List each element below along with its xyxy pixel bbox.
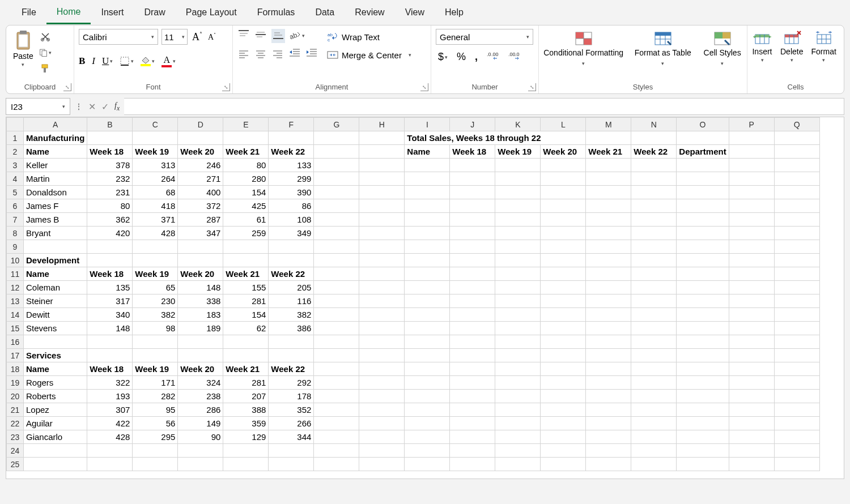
cell-I16[interactable] <box>405 335 450 349</box>
cell-C2[interactable]: Week 19 <box>133 145 178 159</box>
column-header-Q[interactable]: Q <box>774 118 819 131</box>
cell-F13[interactable]: 116 <box>269 294 314 308</box>
cell-H12[interactable] <box>359 281 405 294</box>
row-header-1[interactable]: 1 <box>7 131 24 145</box>
cell-P4[interactable] <box>729 172 774 186</box>
row-header-20[interactable]: 20 <box>7 390 24 403</box>
cell-F17[interactable] <box>269 349 314 362</box>
spreadsheet-grid[interactable]: ABCDEFGHIJKLMNOPQ1ManufacturingTotal Sal… <box>6 117 844 479</box>
cell-E2[interactable]: Week 21 <box>223 145 269 159</box>
cell-D2[interactable]: Week 20 <box>178 145 223 159</box>
cell-D7[interactable]: 287 <box>178 213 223 227</box>
cell-C20[interactable]: 282 <box>133 390 178 403</box>
cell-B17[interactable] <box>87 349 133 362</box>
cell-O8[interactable] <box>677 227 729 240</box>
cell-A12[interactable]: Coleman <box>24 281 87 294</box>
cell-K9[interactable] <box>495 240 541 254</box>
delete-cells-button[interactable]: Delete ▾ <box>780 30 803 63</box>
menu-item-page-layout[interactable]: Page Layout <box>176 2 247 23</box>
column-header-H[interactable]: H <box>359 118 405 131</box>
cell-C5[interactable]: 68 <box>133 186 178 199</box>
cell-Q20[interactable] <box>774 390 819 403</box>
format-painter-button[interactable] <box>39 63 52 74</box>
cell-C7[interactable]: 371 <box>133 213 178 227</box>
cell-H24[interactable] <box>359 444 405 458</box>
column-header-L[interactable]: L <box>541 118 586 131</box>
cell-P7[interactable] <box>729 213 774 227</box>
cell-A16[interactable] <box>24 335 87 349</box>
cell-K18[interactable] <box>495 362 541 376</box>
row-header-2[interactable]: 2 <box>7 145 24 159</box>
row-header-4[interactable]: 4 <box>7 172 24 186</box>
cell-K13[interactable] <box>495 294 541 308</box>
cell-J4[interactable] <box>450 172 495 186</box>
cell-G3[interactable] <box>314 159 359 172</box>
cell-C19[interactable]: 171 <box>133 376 178 390</box>
cell-J21[interactable] <box>450 403 495 417</box>
cell-H10[interactable] <box>359 254 405 267</box>
cell-K8[interactable] <box>495 227 541 240</box>
cell-I15[interactable] <box>405 322 450 335</box>
cell-I18[interactable] <box>405 362 450 376</box>
cell-P6[interactable] <box>729 199 774 213</box>
cell-G7[interactable] <box>314 213 359 227</box>
cell-A2[interactable]: Name <box>24 145 87 159</box>
cell-D11[interactable]: Week 20 <box>178 267 223 281</box>
cell-N11[interactable] <box>631 267 677 281</box>
cell-I1[interactable]: Total Sales, Weeks 18 through 22 <box>405 131 586 145</box>
cell-H20[interactable] <box>359 390 405 403</box>
cell-A14[interactable]: Dewitt <box>24 308 87 322</box>
cell-E24[interactable] <box>223 444 269 458</box>
cell-C13[interactable]: 230 <box>133 294 178 308</box>
cell-K15[interactable] <box>495 322 541 335</box>
cell-P24[interactable] <box>729 444 774 458</box>
cell-G2[interactable] <box>314 145 359 159</box>
cell-C23[interactable]: 295 <box>133 430 178 444</box>
cell-A9[interactable] <box>24 240 87 254</box>
cell-M19[interactable] <box>586 376 631 390</box>
cell-N5[interactable] <box>631 186 677 199</box>
cell-O25[interactable] <box>677 458 729 471</box>
cell-L2[interactable]: Week 20 <box>541 145 586 159</box>
cell-K12[interactable] <box>495 281 541 294</box>
cell-J23[interactable] <box>450 430 495 444</box>
cell-Q5[interactable] <box>774 186 819 199</box>
cell-N21[interactable] <box>631 403 677 417</box>
cell-N8[interactable] <box>631 227 677 240</box>
cell-H21[interactable] <box>359 403 405 417</box>
cell-P25[interactable] <box>729 458 774 471</box>
cell-E5[interactable]: 154 <box>223 186 269 199</box>
cell-M25[interactable] <box>586 458 631 471</box>
formula-input[interactable] <box>124 98 844 115</box>
cell-C15[interactable]: 98 <box>133 322 178 335</box>
cell-Q16[interactable] <box>774 335 819 349</box>
cell-E17[interactable] <box>223 349 269 362</box>
cell-A15[interactable]: Stevens <box>24 322 87 335</box>
cell-E4[interactable]: 280 <box>223 172 269 186</box>
cell-M17[interactable] <box>586 349 631 362</box>
cell-P12[interactable] <box>729 281 774 294</box>
cell-J3[interactable] <box>450 159 495 172</box>
cell-G19[interactable] <box>314 376 359 390</box>
cell-N18[interactable] <box>631 362 677 376</box>
cell-G17[interactable] <box>314 349 359 362</box>
cell-B20[interactable]: 193 <box>87 390 133 403</box>
cell-L8[interactable] <box>541 227 586 240</box>
cell-J5[interactable] <box>450 186 495 199</box>
cell-C3[interactable]: 313 <box>133 159 178 172</box>
row-header-10[interactable]: 10 <box>7 254 24 267</box>
column-header-F[interactable]: F <box>269 118 314 131</box>
cell-A3[interactable]: Keller <box>24 159 87 172</box>
cell-L24[interactable] <box>541 444 586 458</box>
cell-I9[interactable] <box>405 240 450 254</box>
cell-I8[interactable] <box>405 227 450 240</box>
cell-N2[interactable]: Week 22 <box>631 145 677 159</box>
cell-E23[interactable]: 129 <box>223 430 269 444</box>
cell-M5[interactable] <box>586 186 631 199</box>
cell-O2[interactable]: Department <box>677 145 729 159</box>
column-header-N[interactable]: N <box>631 118 677 131</box>
cell-H22[interactable] <box>359 417 405 430</box>
cell-A18[interactable]: Name <box>24 362 87 376</box>
cell-C1[interactable] <box>133 131 178 145</box>
cell-B16[interactable] <box>87 335 133 349</box>
